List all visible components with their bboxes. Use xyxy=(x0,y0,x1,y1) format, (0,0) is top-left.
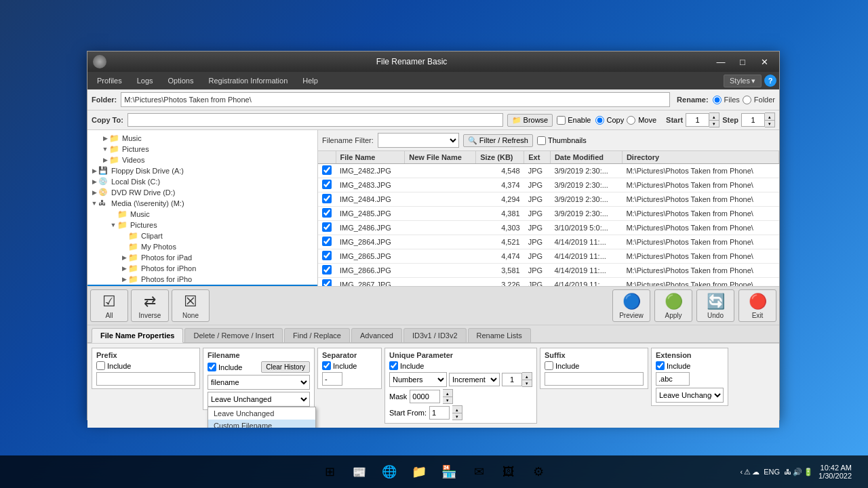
tree-item-videos[interactable]: ▶ 📁 Videos xyxy=(87,155,317,165)
row-checkbox[interactable] xyxy=(322,237,332,246)
tree-item-photos-taken[interactable]: 📁 Photos Taken fro xyxy=(87,285,317,286)
folder-path-input[interactable] xyxy=(121,92,670,107)
extension-case-select[interactable]: Leave Unchanged Upper Case Lower Case xyxy=(656,388,724,403)
all-button[interactable]: ☑ All xyxy=(90,289,128,322)
table-row[interactable]: IMG_2486.JPG 4,303 JPG 3/10/2019 5:0:...… xyxy=(318,221,779,235)
row-checkbox[interactable] xyxy=(322,222,332,232)
table-row[interactable]: IMG_2482.JPG 4,548 JPG 3/9/2019 2:30:...… xyxy=(318,164,779,178)
tab-delete-remove[interactable]: Delete / Remove / Insert xyxy=(184,328,283,342)
copy-radio[interactable] xyxy=(595,116,604,125)
row-checkbox[interactable] xyxy=(322,279,332,286)
col-new-filename[interactable]: New File Name xyxy=(405,151,476,164)
taskbar-edge-button[interactable]: 🌐 xyxy=(376,458,403,485)
table-row[interactable]: IMG_2866.JPG 3,581 JPG 4/14/2019 11:... … xyxy=(318,264,779,278)
preview-button[interactable]: 🔵 Preview xyxy=(612,289,650,322)
tab-filename-properties[interactable]: File Name Properties xyxy=(92,328,183,343)
tree-item-photos-ipad[interactable]: ▶ 📁 Photos for iPad xyxy=(87,252,317,263)
tray-arrow-icon[interactable]: ‹ xyxy=(741,468,743,476)
step-decrement-button[interactable]: ▾ xyxy=(765,120,774,127)
apply-button[interactable]: 🟢 Apply xyxy=(654,289,692,322)
maximize-button[interactable]: □ xyxy=(733,55,752,68)
start-from-increment-button[interactable]: ▴ xyxy=(452,406,462,413)
separator-input[interactable] xyxy=(322,372,342,386)
suffix-input[interactable] xyxy=(545,372,644,386)
mask-input[interactable] xyxy=(410,390,440,403)
filename-case-select[interactable]: Leave Unchanged Custom Filename Upper Ca… xyxy=(208,392,310,407)
undo-button[interactable]: 🔄 Undo xyxy=(696,289,734,322)
start-from-input[interactable] xyxy=(429,406,450,420)
row-checkbox[interactable] xyxy=(322,180,332,189)
unique-increment-input[interactable] xyxy=(502,373,522,386)
taskbar-photos-button[interactable]: 🖼 xyxy=(495,458,522,485)
taskbar-store-button[interactable]: 🏪 xyxy=(435,458,462,485)
exit-button[interactable]: 🔴 Exit xyxy=(738,289,776,322)
start-from-decrement-button[interactable]: ▾ xyxy=(452,413,462,420)
start-increment-button[interactable]: ▴ xyxy=(709,113,719,120)
taskbar-explorer-button[interactable]: 📁 xyxy=(406,458,433,485)
none-button[interactable]: ☒ None xyxy=(172,289,210,322)
col-ext[interactable]: Ext xyxy=(524,151,551,164)
extension-input[interactable] xyxy=(656,372,690,386)
tree-item-dvd[interactable]: ▶ 📀 DVD RW Drive (D:) xyxy=(87,187,317,198)
unique-type-select[interactable]: Numbers Date Time xyxy=(389,372,447,387)
start-input[interactable] xyxy=(686,113,709,127)
minimize-button[interactable]: — xyxy=(711,55,730,68)
row-checkbox[interactable] xyxy=(322,208,332,218)
tree-item-photos-iphone1[interactable]: ▶ 📁 Photos for iPhon xyxy=(87,263,317,274)
step-input[interactable] xyxy=(741,113,765,127)
tree-item-photos-iphone2[interactable]: ▶ 📁 Photos for iPho xyxy=(87,274,317,285)
tree-item-myphotos[interactable]: 📁 My Photos xyxy=(87,241,317,252)
table-row[interactable]: IMG_2483.JPG 4,374 JPG 3/9/2019 2:30:...… xyxy=(318,178,779,192)
inverse-button[interactable]: ⇄ Inverse xyxy=(131,289,169,322)
table-row[interactable]: IMG_2864.JPG 4,521 JPG 4/14/2019 11:... … xyxy=(318,235,779,249)
filename-type-select[interactable]: filename xyxy=(208,375,310,390)
taskbar-start-button[interactable]: ⊞ xyxy=(316,458,343,485)
menu-help[interactable]: Help xyxy=(296,75,325,87)
filename-include-checkbox[interactable] xyxy=(208,363,216,371)
extension-include-checkbox[interactable] xyxy=(656,361,665,370)
tree-item-music[interactable]: ▶ 📁 Music xyxy=(87,133,317,144)
language-indicator[interactable]: ENG xyxy=(764,468,780,476)
table-row[interactable]: IMG_2484.JPG 4,294 JPG 3/9/2019 2:30:...… xyxy=(318,192,779,207)
step-increment-button[interactable]: ▴ xyxy=(765,113,774,120)
taskbar-widgets-button[interactable]: 📰 xyxy=(346,458,373,485)
tree-item-media-pictures[interactable]: ▼ 📁 Pictures xyxy=(87,220,317,230)
dropdown-item-custom-filename[interactable]: Custom Filename xyxy=(208,420,315,428)
enable-checkbox[interactable] xyxy=(557,116,566,125)
dropdown-item-leave-unchanged[interactable]: Leave Unchanged xyxy=(208,407,315,420)
styles-button[interactable]: Styles ▾ xyxy=(724,75,762,87)
tree-item-clipart[interactable]: 📁 Clipart xyxy=(87,230,317,241)
files-radio[interactable] xyxy=(713,96,722,104)
table-row[interactable]: IMG_2867.JPG 3,226 JPG 4/14/2019 11:... … xyxy=(318,278,779,287)
help-button[interactable]: ? xyxy=(764,75,776,87)
suffix-include-checkbox[interactable] xyxy=(545,361,553,370)
col-dir[interactable]: Directory xyxy=(622,151,778,164)
close-button[interactable]: ✕ xyxy=(755,55,774,68)
unique-increment-up[interactable]: ▴ xyxy=(522,373,532,380)
mask-increment-button[interactable]: ▴ xyxy=(443,390,452,396)
mask-decrement-button[interactable]: ▾ xyxy=(443,396,452,403)
taskbar-mail-button[interactable]: ✉ xyxy=(465,458,492,485)
tree-item-floppy[interactable]: ▶ 💾 Floppy Disk Drive (A:) xyxy=(87,165,317,176)
row-checkbox[interactable] xyxy=(322,265,332,274)
menu-logs[interactable]: Logs xyxy=(130,75,160,87)
tab-rename-lists[interactable]: Rename Lists xyxy=(468,328,531,342)
row-checkbox[interactable] xyxy=(322,165,332,175)
tab-find-replace[interactable]: Find / Replace xyxy=(284,328,350,342)
tab-id3[interactable]: ID3v1 / ID3v2 xyxy=(403,328,467,342)
menu-profiles[interactable]: Profiles xyxy=(90,75,129,87)
thumbnails-checkbox[interactable] xyxy=(537,136,546,145)
prefix-input[interactable] xyxy=(96,372,195,386)
table-row[interactable]: IMG_2865.JPG 4,474 JPG 4/14/2019 11:... … xyxy=(318,249,779,264)
filter-refresh-button[interactable]: 🔍 Filter / Refresh xyxy=(463,134,533,147)
copyto-path-input[interactable] xyxy=(127,113,503,127)
tree-item-local-disk[interactable]: ▶ 💿 Local Disk (C:) xyxy=(87,176,317,187)
unique-increment-down[interactable]: ▾ xyxy=(522,380,532,386)
tree-item-pictures[interactable]: ▼ 📁 Pictures xyxy=(87,144,317,155)
unique-increment-select[interactable]: Increment xyxy=(449,373,500,386)
taskbar-clock[interactable]: 10:42 AM 1/30/2022 xyxy=(818,464,852,480)
menu-registration[interactable]: Registration Information xyxy=(201,75,294,87)
start-decrement-button[interactable]: ▾ xyxy=(709,120,719,127)
taskbar-settings-button[interactable]: ⚙ xyxy=(525,458,552,485)
tree-item-media-music[interactable]: 📁 Music xyxy=(87,209,317,220)
